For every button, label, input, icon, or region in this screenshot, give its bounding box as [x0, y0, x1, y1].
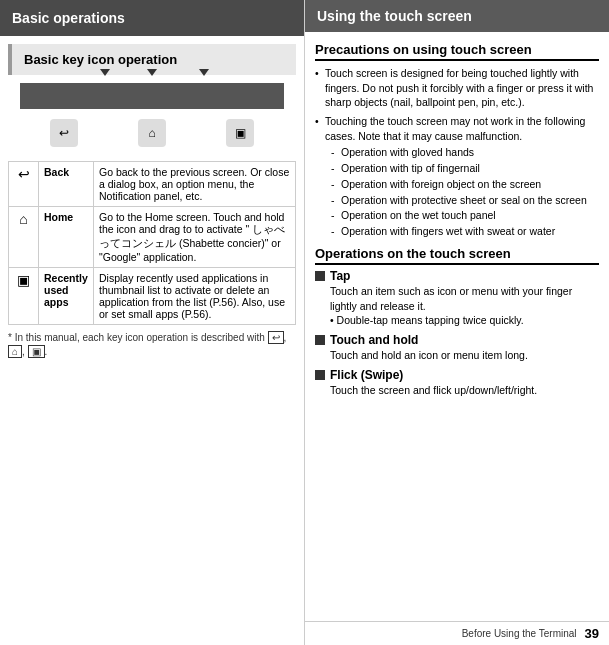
sub-item: Operation with foreign object on the scr…: [331, 177, 599, 193]
precaution-item: Touch screen is designed for being touch…: [315, 66, 599, 110]
operations-heading: Operations on the touch screen: [315, 246, 599, 265]
key-symbol: ▣: [9, 268, 39, 325]
operation-item: TapTouch an item such as icon or menu wi…: [315, 269, 599, 328]
op-title: Touch and hold: [315, 333, 599, 347]
op-description: Touch an item such as icon or menu with …: [330, 284, 599, 313]
footer-page: 39: [585, 626, 599, 641]
key-label: Back: [39, 162, 94, 207]
precautions-heading: Precautions on using touch screen: [315, 42, 599, 61]
op-description: Touch and hold an icon or menu item long…: [330, 348, 599, 363]
op-title: Flick (Swipe): [315, 368, 599, 382]
key-label: Home: [39, 207, 94, 268]
sub-item: Operation with gloved hands: [331, 145, 599, 161]
key-description: Display recently used applications in th…: [94, 268, 296, 325]
arrow-right: [199, 69, 209, 76]
op-title: Tap: [315, 269, 599, 283]
operation-item: Touch and holdTouch and hold an icon or …: [315, 333, 599, 363]
sub-item: Operation with fingers wet with sweat or…: [331, 224, 599, 240]
sub-item: Operation with tip of fingernail: [331, 161, 599, 177]
operation-item: Flick (Swipe)Touch the screen and flick …: [315, 368, 599, 398]
precautions-list: Touch screen is designed for being touch…: [315, 66, 599, 240]
table-row: ⌂ Home Go to the Home screen. Touch and …: [9, 207, 296, 268]
sub-list: Operation with gloved handsOperation wit…: [331, 145, 599, 240]
key-symbol: ↩: [9, 162, 39, 207]
operations-list: TapTouch an item such as icon or menu wi…: [315, 269, 599, 397]
left-panel: Basic operations Basic key icon operatio…: [0, 0, 305, 645]
op-square: [315, 271, 325, 281]
op-sub-bullet: Double-tap means tapping twice quickly.: [330, 313, 599, 328]
key-description: Go to the Home screen. Touch and hold th…: [94, 207, 296, 268]
sub-item: Operation on the wet touch panel: [331, 208, 599, 224]
left-title: Basic operations: [12, 10, 125, 26]
key-icons-row: ↩ ⌂ ▣: [0, 109, 304, 157]
right-header: Using the touch screen: [305, 0, 609, 32]
op-square: [315, 335, 325, 345]
sub-item: Operation with protective sheet or seal …: [331, 193, 599, 209]
home-key-icon: ⌂: [138, 119, 166, 147]
icon-bar: [20, 83, 284, 109]
footnote: * In this manual, each key icon operatio…: [0, 325, 304, 365]
page-footer: Before Using the Terminal 39: [305, 621, 609, 645]
recent-key-icon: ▣: [226, 119, 254, 147]
table-row: ▣ Recently used apps Display recently us…: [9, 268, 296, 325]
arrow-left: [100, 69, 110, 76]
key-symbol: ⌂: [9, 207, 39, 268]
op-square: [315, 370, 325, 380]
precaution-item: Touching the touch screen may not work i…: [315, 114, 599, 240]
key-label: Recently used apps: [39, 268, 94, 325]
key-description: Go back to the previous screen. Or close…: [94, 162, 296, 207]
right-title: Using the touch screen: [317, 8, 472, 24]
table-row: ↩ Back Go back to the previous screen. O…: [9, 162, 296, 207]
back-key-icon: ↩: [50, 119, 78, 147]
key-table: ↩ Back Go back to the previous screen. O…: [8, 161, 296, 325]
op-description: Touch the screen and flick up/down/left/…: [330, 383, 599, 398]
arrow-center: [147, 69, 157, 76]
left-header: Basic operations: [0, 0, 304, 36]
right-content: Precautions on using touch screen Touch …: [305, 32, 609, 621]
footer-label: Before Using the Terminal: [462, 628, 577, 639]
right-panel: Using the touch screen Precautions on us…: [305, 0, 609, 645]
